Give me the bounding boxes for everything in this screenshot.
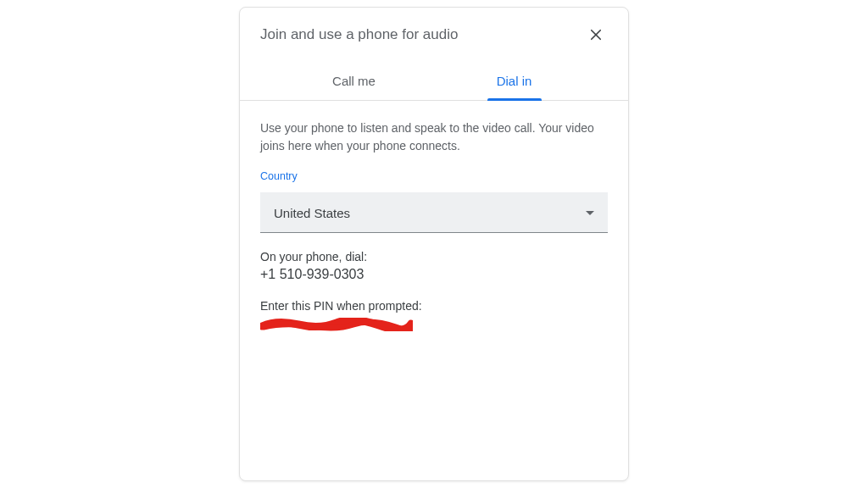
dial-section: On your phone, dial: +1 510-939-0303 bbox=[260, 250, 608, 282]
tab-call-me[interactable]: Call me bbox=[274, 62, 434, 100]
pin-label: Enter this PIN when prompted: bbox=[260, 299, 608, 313]
pin-section: Enter this PIN when prompted: bbox=[260, 299, 608, 331]
description-text: Use your phone to listen and speak to th… bbox=[260, 119, 608, 155]
chevron-down-icon bbox=[586, 211, 594, 215]
tab-bar: Call me Dial in bbox=[240, 62, 628, 101]
dialog-header: Join and use a phone for audio bbox=[240, 8, 628, 52]
dial-label: On your phone, dial: bbox=[260, 250, 608, 263]
country-selected-value: United States bbox=[274, 206, 350, 220]
country-select[interactable]: United States bbox=[260, 192, 608, 233]
dialog-content: Use your phone to listen and speak to th… bbox=[240, 101, 628, 350]
phone-audio-dialog: Join and use a phone for audio Call me D… bbox=[239, 7, 629, 481]
tab-dial-in[interactable]: Dial in bbox=[434, 62, 594, 100]
dialog-title: Join and use a phone for audio bbox=[260, 26, 458, 43]
close-button[interactable] bbox=[584, 23, 608, 47]
pin-redacted bbox=[260, 318, 413, 331]
close-icon bbox=[588, 27, 604, 42]
country-label: Country bbox=[260, 170, 608, 182]
phone-number: +1 510-939-0303 bbox=[260, 267, 608, 282]
